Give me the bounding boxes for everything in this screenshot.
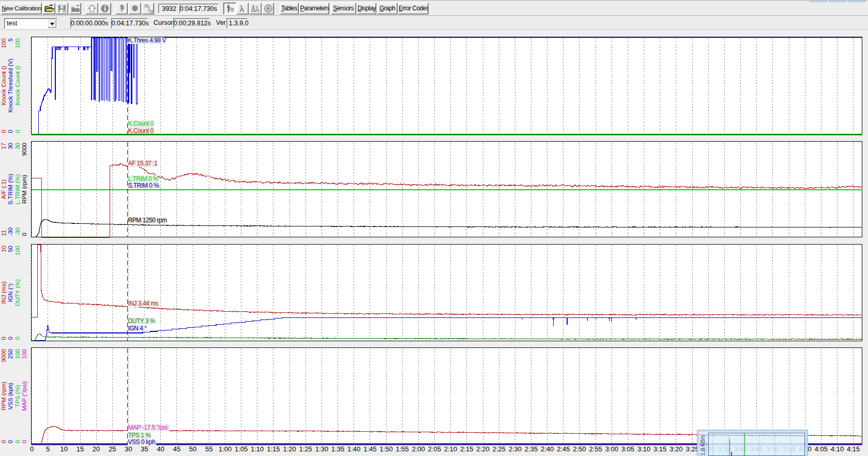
svg-text:0: 0 [21, 440, 27, 443]
svg-text:DUTY (%): DUTY (%) [14, 279, 21, 306]
svg-text:S.TRIM (%): S.TRIM (%) [7, 174, 13, 205]
svg-text:-30: -30 [7, 227, 13, 236]
svg-text:Knock Count (): Knock Count () [14, 66, 21, 105]
svg-text:9000: 9000 [21, 143, 27, 156]
svg-text:35: 35 [141, 445, 148, 453]
svg-text:100: 100 [14, 246, 21, 255]
svg-text:AF 15.37 :1: AF 15.37 :1 [128, 160, 158, 167]
svg-text:1:20: 1:20 [283, 445, 296, 453]
svg-text:0: 0 [7, 130, 13, 133]
svg-text:25: 25 [109, 445, 116, 453]
svg-text:0: 0 [14, 440, 21, 443]
svg-text:1:50: 1:50 [379, 445, 392, 453]
svg-text:0: 0 [7, 337, 13, 340]
svg-text:Knock Count (): Knock Count () [1, 66, 7, 105]
svg-text:1:00: 1:00 [219, 445, 232, 453]
svg-text:IGN (°): IGN (°) [7, 283, 13, 302]
svg-text:4:05: 4:05 [815, 445, 828, 453]
svg-text:0: 0 [21, 233, 27, 236]
svg-text:0: 0 [14, 337, 21, 340]
svg-text:1:45: 1:45 [363, 445, 376, 453]
svg-text:250: 250 [7, 349, 13, 359]
svg-text:30: 30 [14, 143, 21, 149]
svg-text:4:10: 4:10 [831, 445, 844, 453]
svg-text:0: 0 [1, 130, 7, 133]
svg-text:1:30: 1:30 [315, 445, 328, 453]
svg-text:0: 0 [14, 130, 21, 133]
svg-text:A/F (:1): A/F (:1) [1, 179, 7, 200]
svg-text:RPM 1250 rpm: RPM 1250 rpm [128, 217, 167, 224]
svg-text:20: 20 [93, 445, 100, 453]
svg-text:1:05: 1:05 [235, 445, 248, 453]
svg-text:3:05: 3:05 [621, 445, 634, 453]
svg-text:55: 55 [205, 445, 212, 453]
svg-text:2:15: 2:15 [460, 445, 473, 453]
svg-text:DUTY 3 %: DUTY 3 % [128, 317, 156, 325]
svg-text:4:15: 4:15 [847, 445, 860, 453]
svg-text:INJ 3.44 ms: INJ 3.44 ms [128, 300, 159, 307]
svg-text:-30: -30 [14, 227, 21, 236]
svg-text:17: 17 [1, 143, 7, 149]
svg-text:1:10: 1:10 [251, 445, 264, 453]
svg-text:1:40: 1:40 [347, 445, 360, 453]
svg-text:15: 15 [77, 445, 84, 453]
svg-text:3:00: 3:00 [605, 445, 618, 453]
svg-text:5: 5 [7, 38, 13, 41]
svg-text:50: 50 [189, 445, 196, 453]
svg-text:3:10: 3:10 [637, 445, 650, 453]
svg-text:L.TRIM 0 %: L.TRIM 0 % [128, 175, 159, 183]
svg-text:2:30: 2:30 [509, 445, 522, 453]
svg-text:L.TRIM (%): L.TRIM (%) [14, 174, 21, 204]
svg-text:3:20: 3:20 [669, 445, 682, 453]
svg-text:2:05: 2:05 [428, 445, 441, 453]
svg-text:VSS (kph): VSS (kph) [7, 383, 13, 410]
svg-text:MAP -17.5 "/psi: MAP -17.5 "/psi [128, 424, 167, 431]
svg-text:10: 10 [60, 445, 68, 453]
svg-text:2:40: 2:40 [541, 445, 554, 453]
svg-text:2:25: 2:25 [492, 445, 505, 453]
svg-text:0: 0 [30, 445, 34, 453]
svg-text:IGN 4 °: IGN 4 ° [128, 325, 147, 332]
svg-text:INJ (ms): INJ (ms) [1, 281, 7, 304]
svg-text:2:20: 2:20 [476, 445, 489, 453]
svg-text:30: 30 [7, 143, 13, 149]
svg-text:K.Count 0: K.Count 0 [128, 127, 154, 134]
svg-text:2:45: 2:45 [557, 445, 570, 453]
svg-text:2:50: 2:50 [573, 445, 586, 453]
svg-text:TPS (%): TPS (%) [14, 385, 21, 407]
svg-text:5: 5 [46, 445, 50, 453]
svg-text:2:00: 2:00 [412, 445, 425, 453]
svg-text:2:35: 2:35 [525, 445, 538, 453]
svg-text:2:55: 2:55 [589, 445, 602, 453]
svg-text:0: 0 [7, 440, 13, 443]
svg-text:100: 100 [14, 349, 21, 359]
svg-text:1:55: 1:55 [396, 445, 409, 453]
svg-text:Knock Threshold (V): Knock Threshold (V) [7, 58, 13, 113]
svg-text:2:10: 2:10 [444, 445, 457, 453]
svg-text:RPM (rpm): RPM (rpm) [1, 382, 7, 411]
svg-text:S.TRIM 0 %: S.TRIM 0 % [128, 182, 160, 189]
svg-text:45: 45 [173, 445, 180, 453]
svg-text:3:15: 3:15 [653, 445, 666, 453]
svg-text:9000: 9000 [1, 349, 7, 362]
svg-text:0: 0 [1, 440, 7, 443]
svg-text:RPM (rpm): RPM (rpm) [21, 175, 27, 204]
svg-text:1:35: 1:35 [331, 445, 344, 453]
svg-text:100: 100 [14, 38, 21, 48]
svg-text:VSS 0 kph: VSS 0 kph [128, 438, 156, 446]
svg-text:MAP ("/psi): MAP ("/psi) [21, 381, 27, 411]
svg-text:11: 11 [1, 230, 7, 236]
svg-text:50: 50 [7, 246, 13, 252]
svg-text:1,9 KB/s: 1,9 KB/s [699, 435, 706, 455]
svg-text:1:15: 1:15 [267, 445, 280, 453]
svg-text:0: 0 [1, 337, 7, 340]
svg-text:K.Count 0: K.Count 0 [128, 120, 154, 127]
svg-text:100: 100 [21, 349, 27, 359]
svg-text:30: 30 [125, 445, 132, 453]
svg-text:100: 100 [1, 38, 7, 48]
svg-text:10: 10 [1, 246, 7, 252]
svg-text:1:25: 1:25 [299, 445, 312, 453]
svg-text:40: 40 [157, 445, 164, 453]
svg-text:K.Thres 4.98 V: K.Thres 4.98 V [128, 37, 166, 44]
